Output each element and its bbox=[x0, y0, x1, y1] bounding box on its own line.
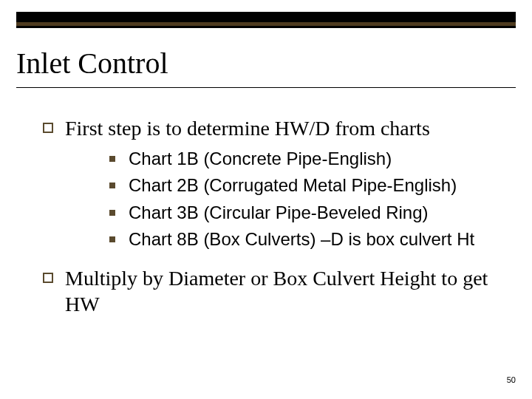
bullet-text: Multiply by Diameter or Box Culvert Heig… bbox=[65, 265, 502, 317]
page-number: 50 bbox=[507, 375, 516, 384]
square-outline-icon bbox=[43, 273, 53, 283]
header-accent bbox=[16, 22, 516, 26]
sub-bullet-text: Chart 1B (Concrete Pipe-English) bbox=[129, 147, 392, 171]
square-filled-icon bbox=[109, 236, 115, 242]
square-filled-icon bbox=[109, 183, 115, 188]
sub-bullet-item: Chart 8B (Box Culverts) –D is box culver… bbox=[109, 228, 502, 251]
square-filled-icon bbox=[109, 156, 115, 162]
sub-bullet-text: Chart 8B (Box Culverts) –D is box culver… bbox=[129, 228, 474, 251]
sub-bullet-item: Chart 1B (Concrete Pipe-English) bbox=[109, 147, 502, 171]
square-filled-icon bbox=[109, 210, 115, 216]
sub-bullet-text: Chart 3B (Circular Pipe-Beveled Ring) bbox=[129, 201, 429, 225]
bullet-item: Multiply by Diameter or Box Culvert Heig… bbox=[43, 265, 502, 317]
sub-bullet-text: Chart 2B (Corrugated Metal Pipe-English) bbox=[129, 174, 457, 197]
square-outline-icon bbox=[43, 123, 53, 133]
sub-bullet-item: Chart 3B (Circular Pipe-Beveled Ring) bbox=[109, 201, 502, 225]
header-band bbox=[16, 12, 516, 28]
bullet-item: First step is to determine HW/D from cha… bbox=[43, 115, 502, 141]
bullet-text: First step is to determine HW/D from cha… bbox=[65, 115, 430, 141]
slide: Inlet Control First step is to determine… bbox=[0, 0, 532, 399]
sub-bullet-item: Chart 2B (Corrugated Metal Pipe-English) bbox=[109, 174, 502, 197]
sub-list: Chart 1B (Concrete Pipe-English) Chart 2… bbox=[109, 147, 502, 252]
title-underline bbox=[16, 87, 516, 88]
body-content: First step is to determine HW/D from cha… bbox=[43, 115, 502, 323]
slide-title: Inlet Control bbox=[16, 46, 516, 81]
